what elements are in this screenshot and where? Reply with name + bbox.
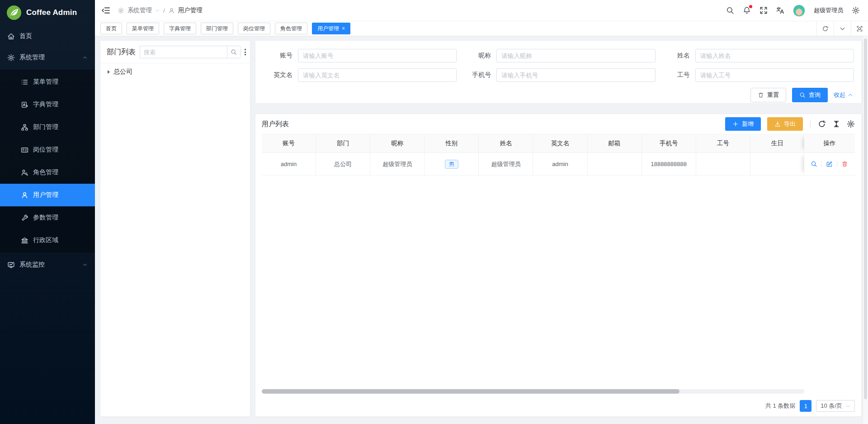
sidebar-item-label: 行政区域 — [33, 236, 58, 244]
sidebar-item-dict-mgmt[interactable]: 字典管理 — [0, 93, 95, 116]
query-button[interactable]: 查询 — [792, 88, 828, 102]
username-label[interactable]: 超级管理员 — [814, 6, 843, 14]
nickname-input[interactable] — [496, 49, 655, 62]
sidebar-group-system[interactable]: 系统管理 — [0, 48, 95, 67]
sidebar-item-home[interactable]: 首页 — [0, 27, 95, 45]
main-area: 系统管理 / 用户管理 超级管理员 首页 菜单管理 字典管理 部门管理 岗 — [95, 0, 868, 424]
topbar: 系统管理 / 用户管理 超级管理员 — [95, 0, 868, 21]
chevron-down-icon[interactable] — [155, 8, 160, 13]
dept-panel-header: 部门列表 — [100, 41, 250, 63]
tab-role-mgmt[interactable]: 角色管理 — [275, 23, 307, 34]
query-label: 查询 — [809, 91, 821, 99]
column-header: 账号 — [262, 134, 316, 152]
settings-gear-icon[interactable] — [852, 6, 860, 14]
sidebar-item-dept-mgmt[interactable]: 部门管理 — [0, 116, 95, 138]
name-label: 姓名 — [656, 52, 695, 60]
maximize-icon[interactable] — [851, 21, 868, 36]
chevron-down-icon — [82, 262, 88, 267]
field-nickname: 昵称 — [457, 49, 655, 62]
export-label: 导出 — [784, 120, 796, 128]
sidebar-group-monitor[interactable]: 系统监控 — [0, 256, 95, 274]
collapse-label: 收起 — [834, 91, 845, 99]
column-header: 昵称 — [370, 134, 424, 152]
add-button[interactable]: 新增 — [725, 117, 761, 131]
cell-en-name: admin — [533, 153, 587, 175]
job-no-label: 工号 — [656, 71, 695, 79]
phone-input[interactable] — [496, 68, 655, 82]
topbar-actions: 超级管理员 — [726, 5, 860, 17]
tab-home[interactable]: 首页 — [100, 23, 122, 34]
tab-label: 用户管理 — [317, 25, 339, 33]
column-settings-gear-icon[interactable] — [847, 120, 855, 128]
sidebar-item-menu-mgmt[interactable]: 菜单管理 — [0, 71, 95, 93]
column-header: 部门 — [316, 134, 370, 152]
fullscreen-icon[interactable] — [760, 6, 768, 14]
tab-post-mgmt[interactable]: 岗位管理 — [238, 23, 270, 34]
dept-search-button[interactable] — [227, 46, 241, 58]
tab-close-icon[interactable]: × — [342, 26, 345, 31]
breadcrumb-level1[interactable]: 系统管理 — [127, 6, 152, 14]
tab-dept-mgmt[interactable]: 部门管理 — [201, 23, 233, 34]
refresh-icon[interactable] — [818, 120, 826, 128]
gear-icon — [118, 7, 124, 14]
edit-icon[interactable] — [826, 161, 833, 167]
table-header-row: 账号 部门 昵称 性别 姓名 英文名 邮箱 手机号 工号 生日 操作 — [262, 134, 855, 153]
sidebar-item-param-mgmt[interactable]: 参数管理 — [0, 206, 95, 229]
refresh-icon[interactable] — [816, 21, 834, 36]
page-number-button[interactable]: 1 — [800, 400, 811, 412]
sidebar-collapse-icon[interactable] — [101, 6, 110, 15]
tab-label: 字典管理 — [169, 25, 191, 33]
table-toolbar-actions: 新增 导出 — [725, 117, 855, 131]
tab-dict-mgmt[interactable]: 字典管理 — [164, 23, 196, 34]
user-icon — [168, 7, 175, 14]
delete-icon[interactable] — [841, 161, 848, 167]
role-key-icon — [21, 169, 28, 176]
field-job-no: 工号 — [656, 68, 854, 82]
dept-search — [140, 46, 241, 58]
cell-account: admin — [262, 153, 316, 175]
chevron-down-icon[interactable] — [834, 21, 851, 36]
user-table-card: 用户列表 新增 导出 — [255, 114, 861, 416]
name-input[interactable] — [695, 49, 854, 62]
tab-menu-mgmt[interactable]: 菜单管理 — [127, 23, 159, 34]
sidebar-item-post-mgmt[interactable]: 岗位管理 — [0, 138, 95, 161]
translate-icon[interactable] — [776, 6, 784, 14]
page-size-select[interactable]: 10 条/页 — [816, 400, 855, 412]
chevron-down-icon — [845, 404, 850, 409]
sidebar-item-user-mgmt[interactable]: 用户管理 — [0, 184, 95, 206]
view-icon[interactable] — [811, 161, 817, 167]
toolbar-divider — [810, 120, 811, 128]
horizontal-scrollbar-thumb[interactable] — [262, 389, 679, 394]
action-divider — [821, 161, 822, 167]
sidebar: Coffee Admin 首页 系统管理 菜单管理 字典管理 — [0, 0, 95, 424]
export-button[interactable]: 导出 — [767, 117, 803, 131]
sidebar-item-role-mgmt[interactable]: 角色管理 — [0, 161, 95, 184]
search-icon[interactable] — [726, 6, 734, 14]
en-name-input[interactable] — [298, 68, 457, 82]
sidebar-item-label: 首页 — [19, 32, 32, 40]
chevron-up-icon — [848, 92, 853, 98]
kebab-menu-icon[interactable] — [245, 47, 246, 57]
search-icon — [231, 49, 237, 55]
chevron-up-icon — [82, 55, 88, 60]
account-input[interactable] — [298, 49, 457, 62]
page-scrollbar-thumb[interactable] — [864, 38, 867, 399]
dept-tree-node-root[interactable]: 总公司 — [100, 63, 250, 76]
sidebar-item-region-mgmt[interactable]: 行政区域 — [0, 229, 95, 252]
user-avatar[interactable] — [793, 5, 805, 17]
gender-badge: 男 — [445, 160, 458, 169]
row-height-icon[interactable] — [832, 120, 840, 128]
field-phone: 手机号 — [457, 68, 655, 82]
notification-bell-icon[interactable] — [743, 6, 751, 14]
cell-gender: 男 — [424, 153, 478, 175]
collapse-form-link[interactable]: 收起 — [834, 91, 853, 99]
tabbar-controls — [816, 21, 868, 36]
reset-button[interactable]: 重置 — [750, 88, 786, 102]
breadcrumb-level2: 用户管理 — [178, 6, 203, 14]
form-actions: 重置 查询 收起 — [258, 88, 854, 102]
job-no-input[interactable] — [695, 68, 854, 82]
dept-search-input[interactable] — [140, 46, 227, 58]
tree-caret-icon[interactable] — [108, 70, 110, 74]
tab-user-mgmt-active[interactable]: 用户管理 × — [312, 23, 350, 34]
app-logo: Coffee Admin — [0, 0, 95, 25]
